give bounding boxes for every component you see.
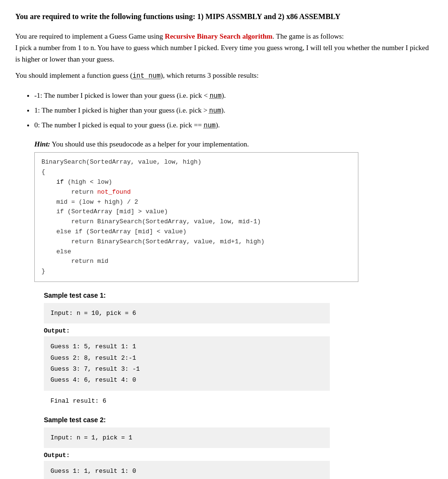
main-heading: You are required to write the following … (15, 11, 433, 22)
pseudo-line-3: if (high < low) (41, 177, 351, 187)
sample1-output-label: Output: (44, 327, 433, 334)
hint-body: You should use this pseudocode as a help… (50, 140, 249, 148)
pseudo-line-10: else (41, 247, 351, 257)
pseudocode-block: BinarySearch(SortedArray, value, low, hi… (34, 152, 358, 282)
intro-line1: You are required to implement a Guess Ga… (15, 32, 165, 40)
hint-text: Hint: You should use this pseudocode as … (34, 140, 433, 148)
function-description: You should implement a function guess (i… (15, 70, 433, 81)
sample1-final-value: 6 (102, 397, 106, 405)
bullet-item: -1: The number I picked is lower than yo… (34, 89, 433, 102)
param-inline: int num (132, 72, 161, 80)
intro-paragraph: You are required to implement a Guess Ga… (15, 31, 433, 65)
sample-test-case-1: Sample test case 1: Input: n = 10, pick … (44, 292, 433, 407)
sample1-final-label: Final result: (51, 397, 99, 405)
pseudo-line-6: if (SortedArray [mid] > value) (41, 207, 351, 217)
sample1-output-box: Guess 1: 5, result 1: 1 Guess 2: 8, resu… (44, 336, 330, 391)
algorithm-link: Recursive Binary Search algorithm (165, 32, 273, 40)
num-code-2: num (209, 107, 221, 115)
hint-section: Hint: You should use this pseudocode as … (34, 140, 433, 282)
sample1-heading: Sample test case 1: (44, 292, 433, 299)
bullet-item: 1: The number I picked is higher than yo… (34, 104, 433, 117)
pseudo-line-2: { (41, 167, 351, 177)
guess-line-2: Guess 2: 8, result 2:-1 (51, 353, 323, 364)
pseudo-line-1: BinarySearch(SortedArray, value, low, hi… (41, 157, 351, 167)
sample2-output-box: Guess 1: 1, result 1: 0 (44, 461, 330, 479)
num-code-1: num (210, 92, 222, 100)
sample1-final-result: Final result: 6 (44, 395, 433, 407)
sample2-input-value: n = 1, pick = 1 (77, 434, 132, 441)
hint-label: Hint: (34, 140, 50, 148)
sample2-input-box: Input: n = 1, pick = 1 (44, 427, 330, 448)
sample2-input-label: Input: (51, 434, 73, 441)
results-list: -1: The number I picked is lower than yo… (34, 89, 433, 132)
pseudo-line-9: return BinarySearch(SortedArray, value, … (41, 237, 351, 247)
guess2-line-1: Guess 1: 1, result 1: 0 (51, 466, 323, 477)
sample1-input-box: Input: n = 10, pick = 6 (44, 303, 330, 323)
guess-line-3: Guess 3: 7, result 3: -1 (51, 364, 323, 375)
intro-line2: I pick a number from 1 to n. You have to… (15, 44, 429, 63)
pseudo-line-5: mid = (low + high) / 2 (41, 198, 351, 208)
sample2-output-label: Output: (44, 452, 433, 459)
pseudo-line-7: return BinarySearch(SortedArray, value, … (41, 217, 351, 227)
pseudo-line-8: else if (SortedArray [mid] < value) (41, 227, 351, 237)
sample1-input-label: Input: (51, 310, 73, 317)
guess-line-1: Guess 1: 5, result 1: 1 (51, 341, 323, 352)
sample1-input-value: n = 10, pick = 6 (77, 310, 136, 317)
sample2-heading: Sample test case 2: (44, 416, 433, 424)
pseudo-line-4: return not_found (41, 187, 351, 198)
guess-line-4: Guess 4: 6, result 4: 0 (51, 375, 323, 385)
sample-test-case-2: Sample test case 2: Input: n = 1, pick =… (44, 416, 433, 479)
num-code-3: num (204, 122, 215, 129)
intro-line1-end: . The game is as follows: (273, 32, 344, 40)
pseudo-line-11: return mid (41, 257, 351, 267)
pseudo-line-12: } (41, 267, 351, 277)
bullet-item: 0: The number I picked is equal to your … (34, 119, 433, 132)
